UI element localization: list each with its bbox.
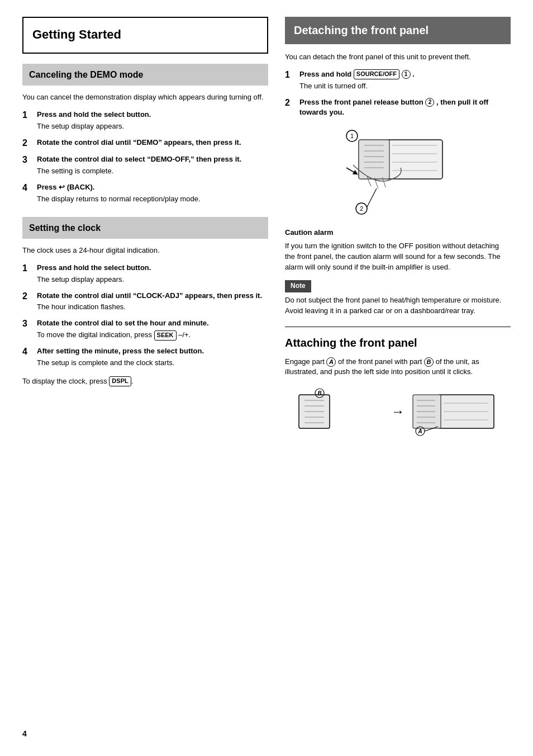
demo-step-2: 2 Rotate the control dial until “DEMO” a… bbox=[22, 138, 268, 149]
arrow-right: → bbox=[391, 402, 404, 422]
demo-step-4-bold: Press ↩ (BACK). bbox=[37, 183, 94, 191]
source-off-key: SOURCE/OFF bbox=[354, 69, 399, 79]
demo-step-4: 4 Press ↩ (BACK). The display returns to… bbox=[22, 182, 268, 205]
clock-step-3: 3 Rotate the control dial to set the hou… bbox=[22, 318, 268, 341]
page-number: 4 bbox=[22, 728, 27, 739]
demo-step-4-sub: The display returns to normal reception/… bbox=[37, 194, 268, 205]
caution-alarm-title: Caution alarm bbox=[285, 228, 511, 238]
detaching-step-1-sub: The unit is turned off. bbox=[299, 81, 511, 92]
clock-step-1-sub: The setup display appears. bbox=[37, 275, 268, 285]
clock-step-2: 2 Rotate the control dial until “CLOCK-A… bbox=[22, 291, 268, 313]
clock-section: Setting the clock The clock uses a 24-ho… bbox=[22, 217, 268, 387]
note-text: Do not subject the front panel to heat/h… bbox=[285, 295, 511, 316]
step1-circle: 1 bbox=[402, 70, 411, 79]
clock-step-1-bold: Press and hold the select button. bbox=[37, 263, 151, 272]
clock-step-2-sub: The hour indication flashes. bbox=[37, 302, 268, 313]
caution-alarm-section: Caution alarm If you turn the ignition s… bbox=[285, 228, 511, 272]
getting-started-title: Getting Started bbox=[32, 26, 258, 44]
detaching-section: Detaching the front panel You can detach… bbox=[285, 17, 511, 316]
clock-step-3-bold: Rotate the control dial to set the hour … bbox=[37, 319, 209, 327]
attaching-intro: Engage part A of the front panel with pa… bbox=[285, 357, 511, 378]
demo-step-3-sub: The setting is complete. bbox=[37, 166, 268, 177]
attaching-title: Attaching the front panel bbox=[285, 335, 511, 351]
section-divider bbox=[285, 327, 511, 327]
panel-diagram: 1 bbox=[285, 126, 511, 219]
clock-intro: The clock uses a 24-hour digital indicat… bbox=[22, 245, 268, 256]
demo-step-1-bold: Press and hold the select button. bbox=[37, 110, 151, 119]
caution-alarm-text: If you turn the ignition switch to the O… bbox=[285, 241, 511, 273]
right-column: Detaching the front panel You can detach… bbox=[285, 17, 511, 442]
step2-circle: 2 bbox=[425, 98, 434, 107]
detach-diagram-svg: 1 bbox=[336, 126, 459, 215]
detaching-step-1: 1 Press and hold SOURCE/OFF 1 . The unit… bbox=[285, 69, 511, 92]
clock-step-4-bold: After setting the minute, press the sele… bbox=[37, 347, 204, 355]
clock-step-4-sub: The setup is complete and the clock star… bbox=[37, 358, 268, 368]
dspl-note: To display the clock, press DSPL. bbox=[22, 376, 268, 387]
clock-step-1: 1 Press and hold the select button. The … bbox=[22, 263, 268, 285]
clock-section-header: Setting the clock bbox=[22, 217, 268, 239]
demo-section: Canceling the DEMO mode You can cancel t… bbox=[22, 64, 268, 205]
getting-started-box: Getting Started bbox=[22, 17, 268, 54]
unit-with-panel-svg: A bbox=[410, 386, 499, 437]
detached-panel-svg: B bbox=[296, 386, 386, 437]
demo-step-3: 3 Rotate the control dial to select “DEM… bbox=[22, 154, 268, 177]
detaching-steps-list: 1 Press and hold SOURCE/OFF 1 . The unit… bbox=[285, 69, 511, 118]
attaching-section: Attaching the front panel Engage part A … bbox=[285, 335, 511, 437]
demo-step-1-sub: The setup display appears. bbox=[37, 121, 268, 132]
svg-text:A: A bbox=[417, 428, 422, 434]
left-column: Getting Started Canceling the DEMO mode … bbox=[22, 17, 268, 442]
detaching-header: Detaching the front panel bbox=[285, 17, 511, 44]
demo-step-2-bold: Rotate the control dial until “DEMO” app… bbox=[37, 138, 241, 147]
part-a-label: A bbox=[326, 357, 336, 367]
detaching-intro: You can detach the front panel of this u… bbox=[285, 52, 511, 63]
dspl-key-label: DSPL bbox=[109, 376, 131, 386]
note-label: Note bbox=[285, 280, 311, 292]
clock-step-2-bold: Rotate the control dial until “CLOCK-ADJ… bbox=[37, 291, 262, 300]
svg-text:2: 2 bbox=[360, 205, 363, 212]
seek-key-label: SEEK bbox=[154, 330, 177, 341]
clock-step-4: 4 After setting the minute, press the se… bbox=[22, 346, 268, 368]
svg-text:B: B bbox=[317, 390, 321, 396]
demo-intro: You can cancel the demonstration display… bbox=[22, 92, 268, 103]
part-b-label: B bbox=[424, 357, 434, 367]
demo-step-1: 1 Press and hold the select button. The … bbox=[22, 110, 268, 132]
demo-steps-list: 1 Press and hold the select button. The … bbox=[22, 110, 268, 205]
clock-steps-list: 1 Press and hold the select button. The … bbox=[22, 263, 268, 368]
clock-step-3-sub: To move the digital indication, press SE… bbox=[37, 330, 268, 341]
demo-step-3-bold: Rotate the control dial to select “DEMO-… bbox=[37, 155, 241, 163]
demo-section-header: Canceling the DEMO mode bbox=[22, 64, 268, 86]
note-section: Note Do not subject the front panel to h… bbox=[285, 280, 511, 316]
attach-diagram: B → bbox=[285, 386, 511, 437]
detaching-step-2: 2 Press the front panel release button 2… bbox=[285, 97, 511, 119]
svg-text:1: 1 bbox=[350, 133, 354, 139]
